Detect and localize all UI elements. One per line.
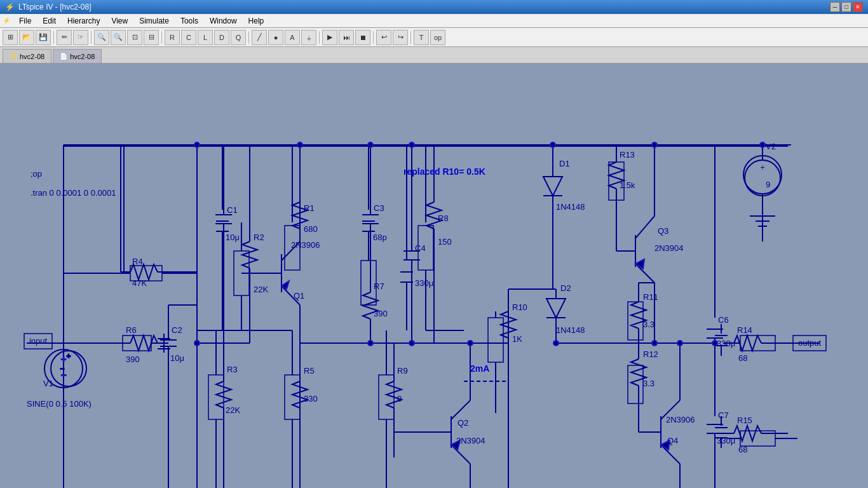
wire-tool[interactable]: ╱ [252,30,267,45]
svg-point-242 [652,142,657,147]
r15-value: 68 [738,445,747,454]
r4-label: R4 [132,257,143,266]
new-button[interactable]: ⊞ [3,30,18,45]
menu-edit[interactable]: Edit [37,15,61,27]
menu-view[interactable]: View [106,15,133,27]
spice-op-note: ;op [31,169,42,179]
c4-label: C4 [415,243,426,253]
app-icon: ⚡ [5,3,15,11]
c4-value: 330μ [415,278,433,288]
circuit-svg: − + [0,64,868,488]
c6-value: 330μ [717,339,735,348]
r9-value: 0 [397,394,402,403]
r12-label: R12 [643,349,658,359]
redo[interactable]: ↪ [393,30,408,45]
v2-plus: + [760,163,764,172]
r10-value: 1K [512,334,522,344]
input-label: input [29,336,48,346]
capacitor[interactable]: C [181,30,196,45]
v1-value: SINE(0 0.5 100K) [27,399,92,409]
move-mode[interactable]: ☞ [73,30,88,45]
d1-label: D1 [559,159,570,168]
c7-value: 330μ [717,436,735,445]
c3-value: 68p [373,233,387,242]
r6-value: 390 [126,355,140,364]
text[interactable]: T [414,30,429,45]
maximize-button[interactable]: □ [841,2,851,12]
r5-value: 330 [304,394,318,403]
r14-label: R14 [737,325,752,335]
zoom-fit[interactable]: ⊡ [127,30,142,45]
undo[interactable]: ↩ [376,30,391,45]
svg-point-236 [409,142,414,147]
zoom-in[interactable]: 🔍 [94,30,109,45]
tab-hvc2-08-1[interactable]: ⚡ hvc2-08 [3,49,51,63]
tab-label-2: hvc2-08 [70,53,95,60]
menu-hierarchy[interactable]: Hierarchy [62,15,105,27]
svg-point-234 [297,142,302,147]
r13-label: R13 [620,150,635,159]
r8-value: 150 [438,237,452,247]
run-sim[interactable]: ▶ [322,30,337,45]
r1-value: 680 [304,224,318,234]
spice-op[interactable]: op [430,30,445,45]
svg-text:+: + [61,354,66,364]
svg-point-246 [760,142,765,147]
step-sim[interactable]: ⏭ [339,30,354,45]
q2-name: Q2 [458,418,468,428]
svg-point-240 [550,142,555,147]
menu-window[interactable]: Window [205,15,242,27]
v2-value: 9 [766,180,770,189]
c2-value: 10μ [170,353,184,363]
transistor[interactable]: Q [231,30,246,45]
titlebar: ⚡ LTspice IV - [hvc2-08] ─ □ ✕ [0,0,868,14]
zoom-out[interactable]: 🔍 [111,30,126,45]
halt-sim[interactable]: ⏹ [355,30,370,45]
r3-value: 22K [226,405,240,415]
r11-label: R11 [643,292,658,302]
r13-value: 1.5k [620,180,635,190]
q2-value: 2N3904 [456,436,485,445]
menu-simulate[interactable]: Simulate [134,15,174,27]
svg-point-239 [468,341,473,346]
edit-mode[interactable]: ✏ [57,30,72,45]
d2-value: 1N4148 [556,325,585,335]
svg-point-244 [677,341,682,346]
r1-label: R1 [304,203,315,213]
r4-value: 47K [132,278,147,288]
save-button[interactable]: 💾 [36,30,51,45]
d1-value: 1N4148 [556,202,585,212]
title-text: LTspice IV - [hvc2-08] [18,3,92,11]
r5-label: R5 [304,366,315,376]
r10-label: R10 [512,302,527,312]
minimize-button[interactable]: ─ [830,2,840,12]
toolbar: ⊞ 📂 💾 ✏ ☞ 🔍 🔍 ⊡ ⊟ R C L D Q ╱ ● A ⏚ ▶ ⏭ … [0,28,868,47]
inductor[interactable]: L [198,30,213,45]
tab-hvc2-08-2[interactable]: 📄 hvc2-08 [53,49,102,63]
menu-file[interactable]: File [14,15,36,27]
menubar: ⚡ File Edit Hierarchy View Simulate Tool… [0,14,868,28]
schematic-area[interactable]: − + [0,64,868,488]
d2-label: D2 [560,283,571,293]
zoom-select[interactable]: ⊟ [144,30,159,45]
menu-help[interactable]: Help [243,15,269,27]
svg-text:−: − [61,370,66,380]
svg-text:+: + [67,352,71,360]
close-button[interactable]: ✕ [853,2,863,12]
svg-point-238 [409,341,414,346]
junction[interactable]: ● [268,30,283,45]
label-net[interactable]: A [285,30,300,45]
resistor[interactable]: R [165,30,180,45]
open-button[interactable]: 📂 [19,30,34,45]
q4-value: Q4 [667,436,678,445]
c6-label: C6 [718,315,729,325]
tab-icon-1: ⚡ [10,53,17,60]
svg-point-237 [368,341,373,346]
diode[interactable]: D [214,30,229,45]
gnd[interactable]: ⏚ [301,30,316,45]
svg-point-235 [368,142,373,147]
r15-label: R15 [737,416,752,425]
titlebar-left: ⚡ LTspice IV - [hvc2-08] [5,3,92,11]
r9-label: R9 [397,366,408,376]
menu-tools[interactable]: Tools [175,15,203,27]
